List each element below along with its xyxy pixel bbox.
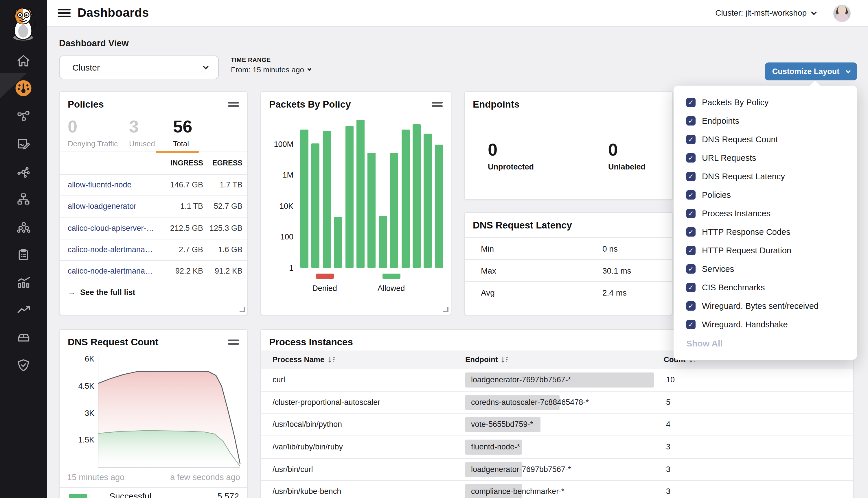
process-row[interactable]: /usr/local/bin/pythonvote-5655bd759-*4: [261, 414, 853, 436]
packets-bar[interactable]: [357, 120, 365, 268]
packets-bar[interactable]: [312, 143, 320, 268]
sidebar-item-compliance[interactable]: [0, 245, 47, 264]
sidebar-item-dashboards-active[interactable]: [0, 78, 47, 98]
cluster-selector[interactable]: Cluster: jlt-msft-workshop: [715, 8, 816, 17]
user-avatar[interactable]: [833, 5, 851, 22]
endpoint-name: compliance-benchmarker-*: [471, 487, 565, 496]
checkbox-checked-icon[interactable]: ✓: [686, 283, 696, 292]
calico-cat-logo[interactable]: [6, 3, 41, 42]
process-row[interactable]: curlloadgenerator-7697bb7567-*10: [261, 369, 853, 391]
menu-item-policies[interactable]: ✓Policies: [674, 186, 857, 204]
checkbox-checked-icon[interactable]: ✓: [686, 209, 696, 218]
drag-handle-icon[interactable]: [432, 102, 443, 107]
dashboard-view-select[interactable]: Cluster: [59, 55, 219, 79]
policy-name-link[interactable]: allow-fluentd-node: [68, 181, 132, 189]
checkbox-checked-icon[interactable]: ✓: [686, 264, 696, 274]
sidebar-item-threat-defense[interactable]: [0, 355, 47, 375]
time-range-label: TIME RANGE: [231, 56, 311, 63]
menu-toggle-icon[interactable]: [58, 9, 70, 18]
sidebar-item-policies[interactable]: [0, 134, 47, 153]
packets-bar[interactable]: [435, 145, 443, 268]
packets-bar[interactable]: [323, 131, 331, 268]
checkbox-checked-icon[interactable]: ✓: [686, 227, 696, 237]
packets-by-policy-card: Packets By Policy 100M1M10K1001 Denied A…: [260, 91, 451, 315]
policy-name-link[interactable]: calico-node-alertmana…: [68, 245, 153, 254]
stat-unlabeled[interactable]: 0Unlabeled: [608, 141, 646, 171]
policy-egress-value: 1.7 TB: [220, 181, 243, 189]
policy-name-link[interactable]: calico-cloud-apiserver-…: [68, 224, 154, 232]
stat-unused[interactable]: 3Unused: [129, 117, 155, 148]
packets-bar[interactable]: [401, 130, 410, 268]
legend-denied[interactable]: Denied: [306, 274, 343, 293]
packets-bar[interactable]: [390, 153, 398, 268]
checkbox-checked-icon[interactable]: ✓: [686, 190, 696, 199]
checkbox-checked-icon[interactable]: ✓: [686, 320, 696, 329]
menu-item-wireguard-bytes-sent-received[interactable]: ✓Wireguard. Bytes sent/received: [674, 297, 857, 315]
packets-bar[interactable]: [345, 126, 353, 268]
stat-unprotected[interactable]: 0Unprotected: [488, 141, 534, 171]
sidebar-item-service-graph[interactable]: [0, 106, 47, 126]
time-range-picker[interactable]: TIME RANGE From: 15 minutes ago: [231, 56, 311, 74]
menu-item-http-request-duration[interactable]: ✓HTTP Request Duration: [674, 241, 857, 260]
sort-icon[interactable]: [502, 356, 509, 363]
process-row[interactable]: /cluster-proportional-autoscalercoredns-…: [261, 391, 853, 414]
sidebar-item-images[interactable]: [0, 327, 47, 347]
resize-handle-icon[interactable]: [443, 307, 449, 312]
process-name: /usr/bin/curl: [273, 465, 313, 474]
checkbox-checked-icon[interactable]: ✓: [686, 116, 696, 126]
packets-bar[interactable]: [413, 124, 421, 268]
y-axis-tick: 1.5K: [60, 436, 94, 445]
menu-item-process-instances[interactable]: ✓Process Instances: [674, 204, 857, 223]
checkbox-checked-icon[interactable]: ✓: [686, 153, 696, 162]
packets-bar[interactable]: [379, 216, 387, 268]
stat-denying-traffic[interactable]: 0Denying Traffic: [68, 117, 118, 148]
checkbox-checked-icon[interactable]: ✓: [686, 246, 696, 255]
process-row[interactable]: /usr/bin/curlloadgenerator-7697bb7567-*3: [261, 459, 853, 481]
menu-item-endpoints[interactable]: ✓Endpoints: [674, 112, 857, 130]
column-header-endpoint[interactable]: Endpoint: [465, 355, 509, 364]
packets-bar[interactable]: [334, 217, 342, 268]
process-name: curl: [273, 375, 285, 384]
policy-name-link[interactable]: calico-node-alertmana…: [68, 267, 153, 275]
sidebar-item-endpoints[interactable]: [0, 217, 47, 237]
stat-total[interactable]: 56Total: [173, 117, 192, 148]
menu-item-dns-request-count[interactable]: ✓DNS Request Count: [674, 130, 857, 149]
menu-item-label: Process Instances: [702, 209, 770, 218]
legend-allowed[interactable]: Allowed: [373, 274, 410, 293]
see-full-list-link[interactable]: →See the full list: [68, 288, 135, 297]
checkbox-checked-icon[interactable]: ✓: [686, 301, 696, 311]
sort-icon[interactable]: [328, 356, 335, 363]
menu-item-services[interactable]: ✓Services: [674, 260, 857, 278]
checkbox-checked-icon[interactable]: ✓: [686, 135, 696, 144]
menu-item-url-requests[interactable]: ✓URL Requests: [674, 149, 857, 167]
process-row[interactable]: /var/lib/ruby/bin/rubyfluentd-node-*3: [261, 436, 853, 458]
endpoint-name: loadgenerator-7697bb7567-*: [471, 375, 571, 384]
menu-item-dns-request-latency[interactable]: ✓DNS Request Latency: [674, 167, 857, 186]
sidebar-item-timeline[interactable]: [0, 300, 47, 320]
checkbox-checked-icon[interactable]: ✓: [686, 172, 696, 181]
packets-bar[interactable]: [300, 130, 308, 268]
column-header-process-name[interactable]: Process Name: [273, 355, 335, 364]
policy-name-link[interactable]: allow-loadgenerator: [68, 202, 136, 211]
customize-layout-button[interactable]: Customize Layout: [765, 63, 857, 80]
menu-item-cis-benchmarks[interactable]: ✓CIS Benchmarks: [674, 278, 857, 297]
legend-value: 5,572: [217, 491, 239, 498]
show-all-button[interactable]: Show All: [686, 338, 723, 348]
checkbox-checked-icon[interactable]: ✓: [686, 98, 696, 107]
drag-handle-icon[interactable]: [228, 102, 239, 107]
dns-count-legend-row[interactable]: Successful 5,572: [60, 488, 247, 498]
x-axis-label-end: a few seconds ago: [170, 473, 240, 482]
sidebar-item-activity[interactable]: [0, 272, 47, 292]
menu-item-http-response-codes[interactable]: ✓HTTP Response Codes: [674, 223, 857, 241]
endpoint-name: coredns-autoscaler-7c88465478-*: [471, 398, 589, 406]
packets-bar[interactable]: [368, 153, 376, 268]
resize-handle-icon[interactable]: [239, 307, 245, 312]
menu-item-packets-by-policy[interactable]: ✓Packets By Policy: [674, 93, 857, 112]
process-row[interactable]: /usr/bin/kube-benchcompliance-benchmarke…: [261, 481, 853, 498]
policy-ingress-value: 2.7 GB: [179, 245, 203, 254]
sidebar-item-network-sets[interactable]: [0, 162, 47, 182]
sidebar-item-home[interactable]: [0, 51, 47, 70]
sidebar-item-hierarchy[interactable]: [0, 189, 47, 209]
menu-item-wireguard-handshake[interactable]: ✓Wireguard. Handshake: [674, 315, 857, 334]
packets-bar[interactable]: [424, 134, 432, 268]
